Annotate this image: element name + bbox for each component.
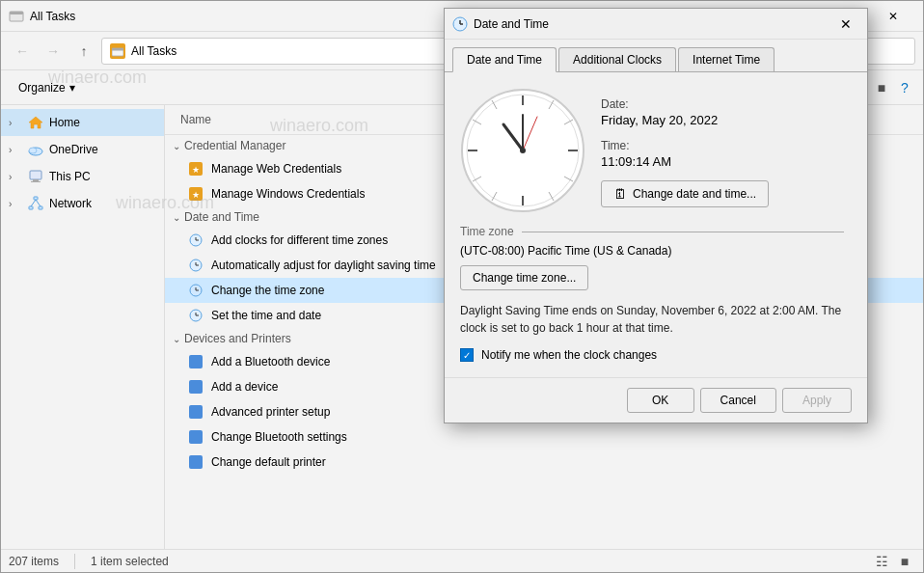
modal-tabs: Date and Time Additional Clocks Internet… xyxy=(445,40,867,72)
apply-button[interactable]: Apply xyxy=(782,388,852,413)
svg-rect-10 xyxy=(34,197,38,200)
svg-rect-3 xyxy=(112,48,123,51)
notify-label: Notify me when the clock changes xyxy=(481,348,657,362)
tab-additional-clocks[interactable]: Additional Clocks xyxy=(558,47,676,71)
add-device-icon xyxy=(188,379,204,395)
sidebar-item-home[interactable]: › Home xyxy=(1,109,164,136)
forward-button[interactable]: → xyxy=(40,38,67,65)
svg-text:★: ★ xyxy=(192,165,200,175)
svg-rect-9 xyxy=(31,181,41,182)
change-default-printer-label: Change default printer xyxy=(211,455,326,469)
svg-rect-35 xyxy=(189,455,203,469)
date-value: Friday, May 20, 2022 xyxy=(601,113,769,127)
analog-clock xyxy=(460,88,585,213)
advanced-printer-icon xyxy=(188,404,204,420)
date-label: Date: xyxy=(601,97,769,111)
sidebar-item-onedrive[interactable]: › OneDrive xyxy=(1,136,164,163)
timezone-value: (UTC-08:00) Pacific Time (US & Canada) xyxy=(460,244,852,258)
change-bluetooth-icon xyxy=(188,429,204,445)
sidebar-expand-thispc: › xyxy=(9,172,22,182)
ok-button[interactable]: OK xyxy=(627,388,694,413)
change-datetime-icon: 🗓 xyxy=(613,186,627,202)
title-bar-icon xyxy=(9,9,24,24)
add-clocks-label: Add clocks for different time zones xyxy=(211,233,388,247)
section-label-datetime: Date and Time xyxy=(184,210,259,224)
close-button[interactable]: ✕ xyxy=(871,1,915,32)
timezone-line xyxy=(522,232,844,232)
svg-line-13 xyxy=(31,200,36,206)
sidebar-expand-home: › xyxy=(9,118,22,128)
svg-rect-31 xyxy=(189,355,203,368)
section-chevron-datetime: ⌄ xyxy=(173,212,180,223)
column-header-name: Name xyxy=(173,109,219,130)
clock-row: Date: Friday, May 20, 2022 Time: 11:09:1… xyxy=(460,88,852,213)
list-item-change-bluetooth[interactable]: Change Bluetooth settings xyxy=(165,424,923,450)
modal-titlebar: Date and Time ✕ xyxy=(445,9,867,40)
add-bluetooth-icon xyxy=(188,354,204,369)
svg-rect-12 xyxy=(39,206,42,209)
sidebar-expand-network: › xyxy=(9,199,22,209)
modal-body: Date: Friday, May 20, 2022 Time: 11:09:1… xyxy=(445,72,867,377)
modal-clock-icon xyxy=(452,16,468,32)
sidebar-item-thispc[interactable]: › This PC xyxy=(1,163,164,190)
change-timezone-icon xyxy=(188,283,204,298)
organize-dropdown-icon: ▾ xyxy=(69,81,75,95)
change-datetime-label: Change date and time... xyxy=(633,187,756,201)
tab-internet-time[interactable]: Internet Time xyxy=(678,47,775,71)
change-timezone-button[interactable]: Change time zone... xyxy=(460,265,588,290)
checkbox-check-icon: ✓ xyxy=(463,350,471,361)
section-label-credential: Credential Manager xyxy=(184,139,285,152)
add-device-label: Add a device xyxy=(211,380,278,394)
view-help-button[interactable]: ? xyxy=(894,77,915,98)
svg-rect-32 xyxy=(189,380,203,394)
organize-label: Organize xyxy=(18,81,66,95)
svg-marker-4 xyxy=(29,117,42,128)
auto-dst-label: Automatically adjust for daylight saving… xyxy=(211,259,436,272)
svg-point-6 xyxy=(29,148,37,153)
organize-button[interactable]: Organize ▾ xyxy=(9,74,85,101)
date-time-dialog: Date and Time ✕ Date and Time Additional… xyxy=(444,8,868,423)
manage-windows-label: Manage Windows Credentials xyxy=(211,187,365,201)
status-view-details-button[interactable]: ☷ xyxy=(871,551,892,572)
notify-checkbox[interactable]: ✓ xyxy=(460,348,474,362)
set-time-icon xyxy=(188,308,204,323)
add-bluetooth-label: Add a Bluetooth device xyxy=(211,355,330,368)
timezone-section: Time zone (UTC-08:00) Pacific Time (US &… xyxy=(460,225,852,290)
home-icon xyxy=(28,115,43,130)
manage-windows-icon: ★ xyxy=(188,186,204,202)
status-item-count: 207 items xyxy=(9,555,59,568)
thispc-icon xyxy=(28,169,43,184)
dst-text: Daylight Saving Time ends on Sunday, Nov… xyxy=(460,302,852,337)
section-label-devices: Devices and Printers xyxy=(184,332,291,345)
sidebar-onedrive-label: OneDrive xyxy=(49,143,156,156)
section-chevron-credential: ⌄ xyxy=(173,141,180,151)
svg-point-56 xyxy=(520,148,526,153)
svg-rect-8 xyxy=(33,179,39,181)
sidebar: › Home › OneDrive › This PC xyxy=(1,105,165,549)
address-path-icon xyxy=(110,43,125,59)
sidebar-item-network[interactable]: › Network xyxy=(1,190,164,217)
sidebar-expand-onedrive: › xyxy=(9,145,22,155)
svg-text:★: ★ xyxy=(192,190,200,200)
change-timezone-label: Change the time zone xyxy=(211,284,324,297)
cancel-button[interactable]: Cancel xyxy=(700,388,776,413)
change-default-printer-icon xyxy=(188,454,204,470)
tab-date-time[interactable]: Date and Time xyxy=(452,47,557,72)
list-item-change-default-printer[interactable]: Change default printer xyxy=(165,450,923,475)
time-label: Time: xyxy=(601,139,769,152)
svg-rect-7 xyxy=(30,171,41,179)
add-clocks-icon xyxy=(188,232,204,248)
up-button[interactable]: ↑ xyxy=(70,38,97,65)
status-separator xyxy=(74,554,75,569)
modal-close-button[interactable]: ✕ xyxy=(832,11,859,38)
svg-rect-11 xyxy=(29,206,33,209)
time-value: 11:09:14 AM xyxy=(601,154,769,169)
svg-rect-34 xyxy=(189,430,203,444)
status-selection: 1 item selected xyxy=(91,555,169,568)
modal-title: Date and Time xyxy=(474,17,832,31)
date-time-info: Date: Friday, May 20, 2022 Time: 11:09:1… xyxy=(601,88,769,207)
back-button[interactable]: ← xyxy=(9,38,36,65)
view-details-button[interactable]: ■ xyxy=(871,77,892,98)
status-view-tiles-button[interactable]: ■ xyxy=(894,551,915,572)
change-datetime-button[interactable]: 🗓 Change date and time... xyxy=(601,180,769,207)
